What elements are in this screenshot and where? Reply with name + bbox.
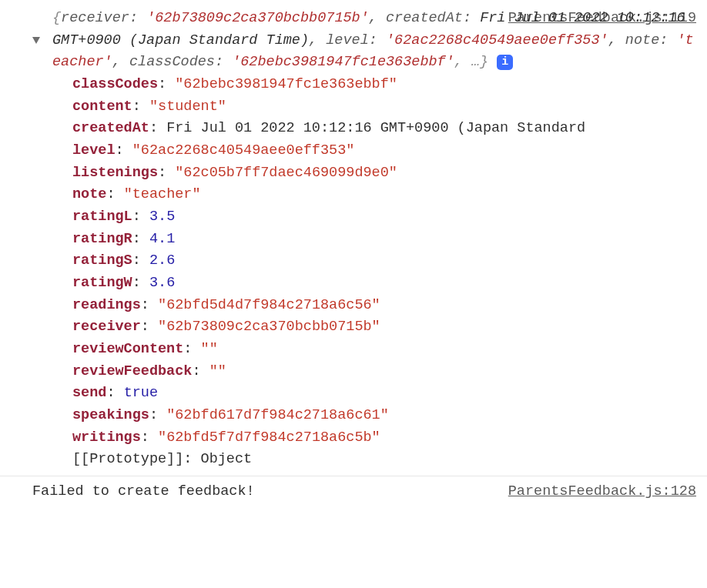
prop-key: writings bbox=[72, 429, 141, 446]
console-log-object: ParentsFeedback.js:119 {receiver: '62b73… bbox=[0, 6, 707, 476]
prop-content[interactable]: content: "student" bbox=[72, 96, 698, 119]
prop-value: "62b73809c2ca370bcbb0715b" bbox=[158, 319, 380, 335]
prop-value: "62ac2268c40549aee0eff353" bbox=[132, 142, 355, 159]
prop-key: [[Prototype]] bbox=[72, 451, 183, 467]
prop-key: listenings bbox=[72, 165, 158, 181]
prop-createdAt[interactable]: createdAt: Fri Jul 01 2022 10:12:16 GMT+… bbox=[72, 118, 698, 140]
disclosure-triangle-down-icon[interactable] bbox=[32, 37, 40, 44]
prop-key: receiver bbox=[72, 319, 141, 335]
prop-key: level bbox=[72, 142, 116, 159]
info-icon[interactable]: i bbox=[497, 55, 513, 70]
prop-value: "62bebc3981947fc1e363ebbf" bbox=[175, 76, 397, 92]
prop-key: note bbox=[72, 186, 106, 202]
prop-value: "62c05b7ff7daec469099d9e0" bbox=[175, 165, 397, 181]
prop-listenings[interactable]: listenings: "62c05b7ff7daec469099d9e0" bbox=[72, 162, 698, 185]
prop-reviewFeedback[interactable]: reviewFeedback: "" bbox=[72, 361, 698, 383]
prop-value: 3.6 bbox=[149, 275, 175, 291]
prop-receiver[interactable]: receiver: "62b73809c2ca370bcbb0715b" bbox=[72, 316, 698, 339]
error-message: Failed to create feedback! bbox=[32, 483, 255, 499]
prop-value: 4.1 bbox=[149, 231, 175, 247]
prop-value: Fri Jul 01 2022 10:12:16 GMT+0900 (Japan… bbox=[166, 120, 585, 136]
summary-val-classCodes: '62bebc3981947fc1e363ebbf' bbox=[232, 54, 454, 70]
prop-classCodes[interactable]: classCodes: "62bebc3981947fc1e363ebbf" bbox=[72, 74, 698, 96]
summary-key-note: , note: bbox=[608, 32, 677, 48]
prop-prototype[interactable]: [[Prototype]]: Object bbox=[72, 449, 698, 471]
summary-trail: , …} bbox=[454, 54, 488, 70]
prop-readings[interactable]: readings: "62bfd5d4d7f984c2718a6c56" bbox=[72, 295, 698, 317]
prop-ratingS[interactable]: ratingS: 2.6 bbox=[72, 250, 698, 272]
summary-key-receiver: receiver: bbox=[61, 10, 146, 26]
prop-value: "62bfd5f7d7f984c2718a6c5b" bbox=[158, 429, 380, 446]
prop-key: reviewContent bbox=[72, 341, 183, 357]
prop-value: "62bfd5d4d7f984c2718a6c56" bbox=[158, 297, 380, 313]
prop-reviewContent[interactable]: reviewContent: "" bbox=[72, 339, 698, 361]
prop-value: 2.6 bbox=[149, 252, 175, 269]
prop-key: content bbox=[72, 99, 132, 115]
prop-value: Object bbox=[201, 451, 253, 467]
object-summary[interactable]: {receiver: '62b73809c2ca370bcbb0715b', c… bbox=[9, 8, 698, 74]
prop-key: ratingL bbox=[72, 209, 132, 225]
prop-value: "student" bbox=[149, 99, 226, 115]
prop-key: speakings bbox=[72, 407, 149, 423]
prop-speakings[interactable]: speakings: "62bfd617d7f984c2718a6c61" bbox=[72, 405, 698, 427]
summary-val-receiver: '62b73809c2ca370bcbb0715b' bbox=[146, 10, 369, 26]
prop-value: "teacher" bbox=[124, 186, 201, 202]
prop-value: "" bbox=[209, 363, 226, 379]
prop-key: ratingS bbox=[72, 252, 132, 269]
prop-key: readings bbox=[72, 297, 141, 313]
prop-key: ratingR bbox=[72, 231, 132, 247]
prop-note[interactable]: note: "teacher" bbox=[72, 184, 698, 206]
prop-level[interactable]: level: "62ac2268c40549aee0eff353" bbox=[72, 140, 698, 162]
source-link[interactable]: ParentsFeedback.js:128 bbox=[508, 481, 696, 503]
prop-value: "62bfd617d7f984c2718a6c61" bbox=[166, 407, 389, 423]
prop-value: 3.5 bbox=[149, 209, 175, 225]
summary-key-createdAt: , createdAt: bbox=[369, 10, 480, 26]
prop-key: createdAt bbox=[72, 120, 149, 136]
prop-key: ratingW bbox=[72, 275, 132, 291]
prop-writings[interactable]: writings: "62bfd5f7d7f984c2718a6c5b" bbox=[72, 427, 698, 449]
brace-open: { bbox=[52, 10, 61, 26]
prop-key: reviewFeedback bbox=[72, 363, 192, 379]
prop-ratingW[interactable]: ratingW: 3.6 bbox=[72, 272, 698, 295]
prop-send[interactable]: send: true bbox=[72, 383, 698, 405]
prop-key: send bbox=[72, 385, 106, 401]
console-output: ParentsFeedback.js:119 {receiver: '62b73… bbox=[0, 0, 707, 509]
prop-key: classCodes bbox=[72, 76, 158, 92]
prop-ratingR[interactable]: ratingR: 4.1 bbox=[72, 229, 698, 251]
summary-val-level: '62ac2268c40549aee0eff353' bbox=[386, 32, 608, 48]
summary-key-classCodes: , classCodes: bbox=[112, 54, 232, 70]
prop-ratingL[interactable]: ratingL: 3.5 bbox=[72, 206, 698, 229]
summary-key-level: , level: bbox=[309, 32, 386, 48]
object-properties: classCodes: "62bebc3981947fc1e363ebbf" c… bbox=[9, 74, 698, 471]
prop-value: "" bbox=[201, 341, 218, 357]
prop-value: true bbox=[124, 385, 158, 401]
console-log-error: Failed to create feedback! ParentsFeedba… bbox=[0, 476, 707, 509]
